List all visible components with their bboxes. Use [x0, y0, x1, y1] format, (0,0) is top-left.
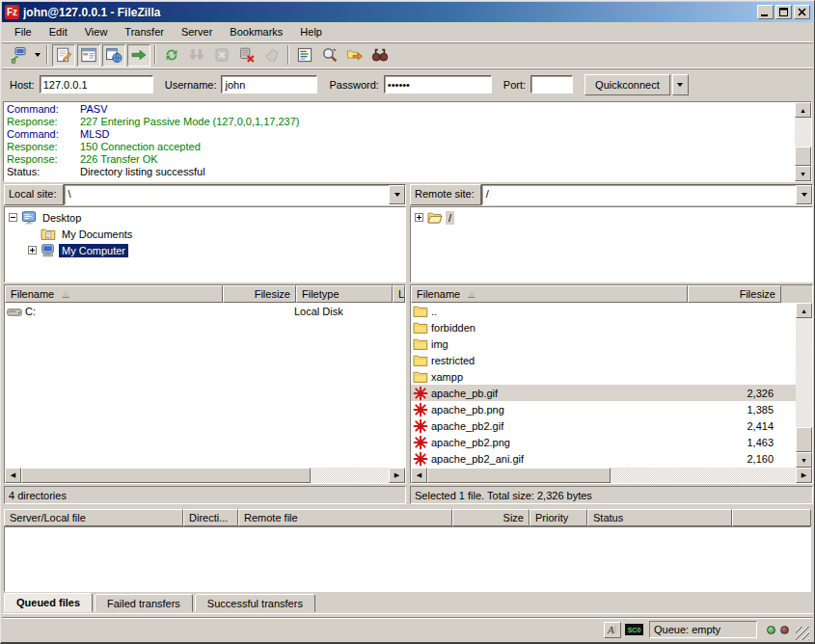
menu-item-bookmarks[interactable]: Bookmarks [221, 24, 291, 40]
synchronized-browsing-button[interactable] [343, 44, 367, 67]
column-header-status[interactable]: Status [587, 509, 732, 526]
local-site-dropdown-button[interactable] [389, 185, 405, 204]
scroll-up-icon[interactable]: ▲ [795, 102, 811, 118]
column-header-label: L [398, 288, 404, 300]
file-row-xampp[interactable]: xampp [411, 368, 796, 385]
file-row-apache-pb-gif[interactable]: apache_pb.gif2,326 [411, 385, 796, 401]
transfer-type-icon[interactable]: A [604, 622, 621, 638]
remote-list-hscrollbar[interactable]: ◀ ▶ [411, 468, 812, 483]
column-header-filename[interactable]: Filename [5, 285, 223, 303]
file-row-apache-pb-png[interactable]: apache_pb.png1,385 [411, 401, 796, 417]
file-row-forbidden[interactable]: forbidden [411, 319, 796, 335]
port-input[interactable] [530, 75, 573, 94]
directory-comparison-button[interactable] [368, 44, 392, 67]
tab-failed-transfers[interactable]: Failed transfers [95, 594, 193, 612]
password-input[interactable] [384, 75, 492, 94]
find-files-button[interactable] [318, 44, 341, 67]
activity-led-red-icon [780, 626, 789, 634]
menu-item-transfer[interactable]: Transfer [116, 24, 173, 40]
column-header-filetype[interactable]: Filetype [296, 285, 393, 303]
maximize-button[interactable] [775, 5, 792, 19]
scroll-up-icon[interactable]: ▲ [796, 303, 812, 318]
remote-site-combobox[interactable]: / [481, 184, 813, 205]
message-log-vscrollbar[interactable]: ▲ ▼ [795, 102, 811, 181]
toggle-transfer-queue-button[interactable] [127, 44, 150, 67]
username-input[interactable] [221, 75, 317, 94]
file-row-restricted[interactable]: restricted [411, 352, 796, 368]
menu-item-view[interactable]: View [76, 24, 117, 40]
scroll-left-icon[interactable]: ◀ [411, 468, 427, 483]
scroll-down-icon[interactable]: ▼ [796, 452, 812, 468]
column-header-label: Remote file [244, 512, 298, 523]
scrollbar-track[interactable] [796, 318, 812, 427]
column-header-size[interactable]: Size [452, 509, 530, 526]
host-input[interactable] [40, 75, 153, 94]
scroll-left-icon[interactable]: ◀ [5, 468, 21, 483]
menu-item-help[interactable]: Help [291, 24, 331, 40]
menu-item-server[interactable]: Server [173, 24, 221, 40]
tree-item--[interactable]: / [411, 209, 812, 226]
column-header-blank[interactable] [732, 509, 811, 526]
scrollbar-track[interactable] [311, 468, 389, 483]
file-row-c-[interactable]: C:Local Disk [5, 303, 405, 319]
refresh-button[interactable] [160, 44, 183, 67]
disconnect-button[interactable] [235, 44, 258, 67]
file-row-apache-pb2-gif[interactable]: apache_pb2.gif2,414 [411, 417, 796, 434]
scrollbar-thumb[interactable] [796, 427, 812, 452]
scroll-right-icon[interactable]: ▶ [796, 468, 812, 483]
column-header-filesize[interactable]: Filesize [223, 285, 296, 303]
site-manager-dropdown-button[interactable] [31, 44, 43, 67]
synchronized-browsing-icon [346, 46, 364, 64]
site-manager-button[interactable] [7, 44, 30, 67]
port-label: Port: [503, 79, 526, 91]
local-site-combobox[interactable]: \ [64, 184, 406, 205]
expand-icon[interactable] [415, 213, 423, 222]
column-header-l[interactable]: L [393, 285, 405, 303]
toggle-message-log-button[interactable] [52, 44, 75, 67]
column-header-label: Filesize [740, 288, 775, 300]
file-row-apache-pb2-ani-gif[interactable]: apache_pb2_ani.gif2,160 [411, 450, 796, 467]
tree-item-my-documents[interactable]: My Documents [5, 226, 405, 242]
window-title: john@127.0.0.1 - FileZilla [23, 6, 755, 19]
column-header-server-local-file[interactable]: Server/Local file [4, 509, 183, 526]
quickconnect-button[interactable]: Quickconnect [584, 74, 670, 95]
queue-status-text: Queue: empty [649, 621, 757, 638]
scrollbar-track[interactable] [611, 468, 796, 483]
scrollbar-track[interactable] [795, 118, 811, 147]
encryption-indicator-icon[interactable]: SC0 [625, 624, 643, 635]
file-row--[interactable]: .. [411, 303, 796, 319]
tab-successful-transfers[interactable]: Successful transfers [195, 594, 315, 612]
scrollbar-thumb[interactable] [795, 147, 811, 166]
column-header-filename[interactable]: Filename [411, 285, 688, 303]
menu-item-file[interactable]: File [6, 24, 41, 40]
toggle-remote-tree-button[interactable] [102, 44, 125, 67]
scrollbar-thumb[interactable] [21, 468, 311, 483]
menu-item-edit[interactable]: Edit [41, 24, 76, 40]
resize-grip[interactable] [796, 627, 809, 640]
file-row-apache-pb2-png[interactable]: apache_pb2.png1,463 [411, 434, 796, 450]
column-header-remote-file[interactable]: Remote file [238, 509, 452, 526]
column-header-directi-[interactable]: Directi... [183, 509, 238, 526]
drive-icon [7, 304, 22, 319]
remote-site-dropdown-button[interactable] [796, 185, 812, 204]
column-header-priority[interactable]: Priority [530, 509, 587, 526]
toggle-local-tree-button[interactable] [77, 44, 100, 67]
remote-list-vscrollbar[interactable]: ▲ ▼ [796, 303, 812, 468]
file-row-img[interactable]: img [411, 335, 796, 352]
local-list-hscrollbar[interactable]: ◀ ▶ [5, 468, 405, 483]
scroll-right-icon[interactable]: ▶ [389, 468, 405, 483]
close-button[interactable] [794, 5, 810, 19]
tree-item-my-computer[interactable]: My Computer [5, 242, 405, 258]
cell-name: apache_pb.gif [431, 388, 686, 399]
column-header-label: Status [593, 512, 623, 523]
quickconnect-dropdown-button[interactable] [672, 74, 689, 95]
expand-icon[interactable] [28, 246, 37, 255]
minimize-button[interactable] [757, 5, 774, 19]
tab-queued-files[interactable]: Queued files [4, 593, 93, 612]
collapse-icon[interactable] [9, 213, 17, 222]
directory-listing-button[interactable] [293, 44, 316, 67]
column-header-filesize[interactable]: Filesize [688, 285, 781, 303]
scroll-down-icon[interactable]: ▼ [795, 166, 811, 181]
tree-item-desktop[interactable]: Desktop [5, 209, 405, 226]
scrollbar-thumb[interactable] [427, 468, 611, 483]
